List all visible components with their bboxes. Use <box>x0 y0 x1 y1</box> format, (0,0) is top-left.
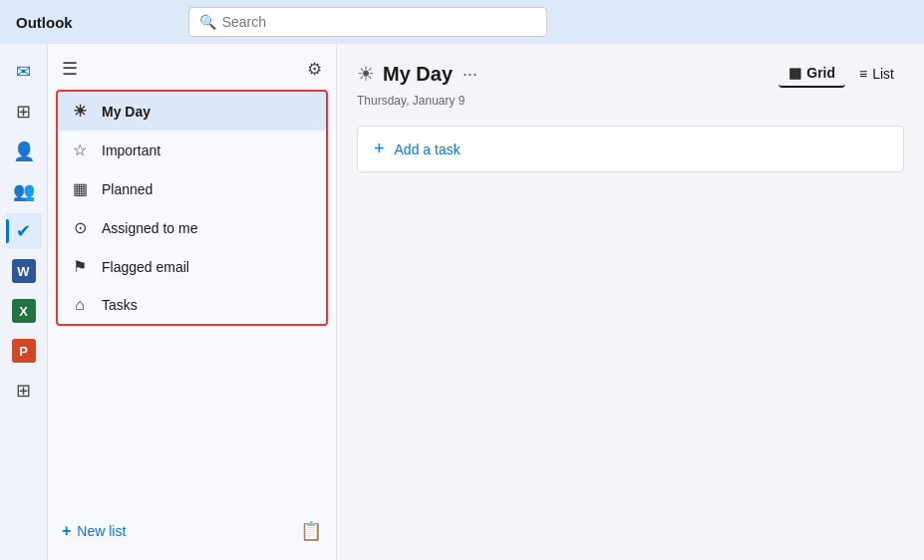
excel-icon: X <box>12 299 36 323</box>
share-list-icon[interactable]: 📋 <box>300 520 322 542</box>
rail-icon-ppt[interactable]: P <box>6 333 42 369</box>
sidebar-item-label: Important <box>102 142 160 158</box>
sidebar-item-important[interactable]: ☆ Important <box>58 131 326 169</box>
add-task-label: Add a task <box>395 141 461 157</box>
sidebar-item-label: Assigned to me <box>102 220 198 236</box>
rail-icon-contacts[interactable]: 👥 <box>6 173 42 209</box>
my-day-icon: ☀ <box>70 102 90 121</box>
plus-icon: + <box>62 522 71 540</box>
rail-icon-word[interactable]: W <box>6 253 42 289</box>
grid-apps-icon: ⊞ <box>16 380 31 402</box>
sidebar-item-my-day[interactable]: ☀ My Day <box>58 92 326 131</box>
sidebar-item-planned[interactable]: ▦ Planned <box>58 169 326 208</box>
word-icon: W <box>12 259 36 283</box>
sidebar-item-label: Tasks <box>102 297 138 313</box>
people-icon: 👤 <box>13 140 35 162</box>
sidebar-item-flagged[interactable]: ⚑ Flagged email <box>58 247 326 286</box>
rail-icon-grid-apps[interactable]: ⊞ <box>6 373 42 409</box>
tab-grid[interactable]: ▦ Grid <box>778 60 845 88</box>
settings-icon[interactable]: ⚙ <box>307 59 322 80</box>
list-icon: ≡ <box>859 66 867 82</box>
planned-icon: ▦ <box>70 179 90 198</box>
contacts-icon: 👥 <box>13 180 35 202</box>
content-header: ☀ My Day ··· ▦ Grid ≡ List <box>337 44 924 92</box>
app-title: Outlook <box>16 14 73 31</box>
main-layout: ✉ ⊞ 👤 👥 ✔ W X P ⊞ ☰ ⚙ <box>0 44 924 560</box>
tab-list[interactable]: ≡ List <box>849 61 904 87</box>
sidebar-item-assigned[interactable]: ⊙ Assigned to me <box>58 208 326 247</box>
rail-icon-apps[interactable]: ⊞ <box>6 94 42 130</box>
search-input[interactable] <box>222 14 536 30</box>
grid-icon: ▦ <box>788 65 801 81</box>
sidebar-item-label: Planned <box>102 181 153 197</box>
add-task-bar[interactable]: + Add a task <box>357 126 904 172</box>
powerpoint-icon: P <box>12 339 36 363</box>
new-list-label: New list <box>77 523 126 539</box>
icon-rail: ✉ ⊞ 👤 👥 ✔ W X P ⊞ <box>0 44 48 560</box>
rail-icon-tasks[interactable]: ✔ <box>6 213 42 249</box>
add-task-plus-icon: + <box>374 139 385 159</box>
tab-list-label: List <box>872 66 894 82</box>
rail-icon-excel[interactable]: X <box>6 293 42 329</box>
rail-icon-people[interactable]: 👤 <box>6 134 42 169</box>
content-title: My Day <box>383 63 453 86</box>
hamburger-icon[interactable]: ☰ <box>62 58 78 80</box>
sidebar-item-label: My Day <box>102 104 151 120</box>
main-content: ☀ My Day ··· ▦ Grid ≡ List Thursday, Jan… <box>337 44 924 560</box>
mail-icon: ✉ <box>16 61 31 83</box>
tasks-home-icon: ⌂ <box>70 296 90 314</box>
apps-icon: ⊞ <box>16 101 31 123</box>
sidebar-bottom: + New list 📋 <box>48 510 336 552</box>
sidebar: ☰ ⚙ ☀ My Day ☆ Important ▦ Planned ⊙ Ass… <box>48 44 337 560</box>
new-list-button[interactable]: + New list <box>62 522 126 540</box>
view-tabs: ▦ Grid ≡ List <box>778 60 904 88</box>
content-date: Thursday, January 9 <box>337 92 924 118</box>
content-title-icon: ☀ <box>357 62 375 86</box>
search-icon: 🔍 <box>199 14 216 30</box>
sidebar-item-tasks[interactable]: ⌂ Tasks <box>58 286 326 324</box>
nav-list: ☀ My Day ☆ Important ▦ Planned ⊙ Assigne… <box>56 90 328 326</box>
important-icon: ☆ <box>70 140 90 159</box>
sidebar-header: ☰ ⚙ <box>48 52 336 90</box>
rail-icon-mail[interactable]: ✉ <box>6 54 42 90</box>
search-bar[interactable]: 🔍 <box>188 7 547 37</box>
assigned-icon: ⊙ <box>70 218 90 237</box>
tasks-icon: ✔ <box>16 220 31 242</box>
sidebar-item-label: Flagged email <box>102 259 189 275</box>
more-options-button[interactable]: ··· <box>462 64 477 85</box>
tab-grid-label: Grid <box>806 65 835 81</box>
flagged-icon: ⚑ <box>70 257 90 276</box>
topbar: Outlook 🔍 <box>0 0 924 44</box>
